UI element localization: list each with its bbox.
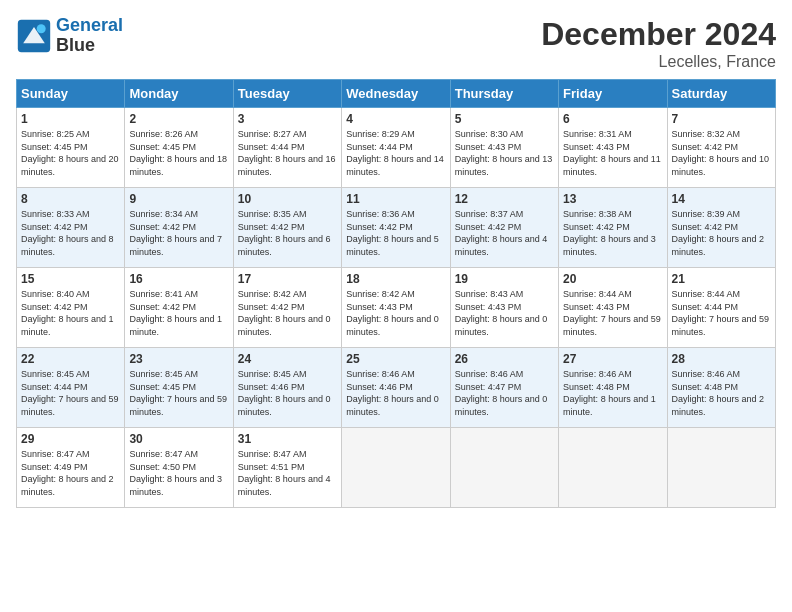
day-number: 2 <box>129 112 228 126</box>
cell-info: Sunrise: 8:35 AMSunset: 4:42 PMDaylight:… <box>238 209 331 257</box>
calendar-cell: 13Sunrise: 8:38 AMSunset: 4:42 PMDayligh… <box>559 188 667 268</box>
cell-info: Sunrise: 8:37 AMSunset: 4:42 PMDaylight:… <box>455 209 548 257</box>
calendar-cell: 3Sunrise: 8:27 AMSunset: 4:44 PMDaylight… <box>233 108 341 188</box>
calendar-cell: 28Sunrise: 8:46 AMSunset: 4:48 PMDayligh… <box>667 348 775 428</box>
col-saturday: Saturday <box>667 80 775 108</box>
cell-info: Sunrise: 8:30 AMSunset: 4:43 PMDaylight:… <box>455 129 553 177</box>
calendar-cell: 25Sunrise: 8:46 AMSunset: 4:46 PMDayligh… <box>342 348 450 428</box>
location-title: Lecelles, France <box>541 53 776 71</box>
calendar-cell: 16Sunrise: 8:41 AMSunset: 4:42 PMDayligh… <box>125 268 233 348</box>
calendar-cell: 9Sunrise: 8:34 AMSunset: 4:42 PMDaylight… <box>125 188 233 268</box>
cell-info: Sunrise: 8:36 AMSunset: 4:42 PMDaylight:… <box>346 209 439 257</box>
day-number: 27 <box>563 352 662 366</box>
day-number: 1 <box>21 112 120 126</box>
cell-info: Sunrise: 8:27 AMSunset: 4:44 PMDaylight:… <box>238 129 336 177</box>
day-number: 10 <box>238 192 337 206</box>
calendar-row: 22Sunrise: 8:45 AMSunset: 4:44 PMDayligh… <box>17 348 776 428</box>
calendar-cell <box>559 428 667 508</box>
cell-info: Sunrise: 8:46 AMSunset: 4:48 PMDaylight:… <box>563 369 656 417</box>
calendar-cell: 19Sunrise: 8:43 AMSunset: 4:43 PMDayligh… <box>450 268 558 348</box>
cell-info: Sunrise: 8:33 AMSunset: 4:42 PMDaylight:… <box>21 209 114 257</box>
calendar-cell <box>342 428 450 508</box>
calendar-cell: 4Sunrise: 8:29 AMSunset: 4:44 PMDaylight… <box>342 108 450 188</box>
day-number: 17 <box>238 272 337 286</box>
cell-info: Sunrise: 8:47 AMSunset: 4:49 PMDaylight:… <box>21 449 114 497</box>
calendar-cell: 7Sunrise: 8:32 AMSunset: 4:42 PMDaylight… <box>667 108 775 188</box>
calendar-cell: 20Sunrise: 8:44 AMSunset: 4:43 PMDayligh… <box>559 268 667 348</box>
day-number: 12 <box>455 192 554 206</box>
calendar-cell: 23Sunrise: 8:45 AMSunset: 4:45 PMDayligh… <box>125 348 233 428</box>
calendar-cell: 24Sunrise: 8:45 AMSunset: 4:46 PMDayligh… <box>233 348 341 428</box>
col-thursday: Thursday <box>450 80 558 108</box>
cell-info: Sunrise: 8:46 AMSunset: 4:47 PMDaylight:… <box>455 369 548 417</box>
day-number: 16 <box>129 272 228 286</box>
day-number: 25 <box>346 352 445 366</box>
day-number: 22 <box>21 352 120 366</box>
cell-info: Sunrise: 8:46 AMSunset: 4:48 PMDaylight:… <box>672 369 765 417</box>
cell-info: Sunrise: 8:45 AMSunset: 4:45 PMDaylight:… <box>129 369 227 417</box>
calendar-cell: 30Sunrise: 8:47 AMSunset: 4:50 PMDayligh… <box>125 428 233 508</box>
cell-info: Sunrise: 8:31 AMSunset: 4:43 PMDaylight:… <box>563 129 661 177</box>
cell-info: Sunrise: 8:26 AMSunset: 4:45 PMDaylight:… <box>129 129 227 177</box>
month-title: December 2024 <box>541 16 776 53</box>
cell-info: Sunrise: 8:42 AMSunset: 4:42 PMDaylight:… <box>238 289 331 337</box>
logo: General Blue <box>16 16 123 56</box>
day-number: 4 <box>346 112 445 126</box>
day-number: 28 <box>672 352 771 366</box>
calendar-cell: 14Sunrise: 8:39 AMSunset: 4:42 PMDayligh… <box>667 188 775 268</box>
calendar-row: 1Sunrise: 8:25 AMSunset: 4:45 PMDaylight… <box>17 108 776 188</box>
cell-info: Sunrise: 8:44 AMSunset: 4:43 PMDaylight:… <box>563 289 661 337</box>
calendar-cell: 31Sunrise: 8:47 AMSunset: 4:51 PMDayligh… <box>233 428 341 508</box>
calendar-cell: 12Sunrise: 8:37 AMSunset: 4:42 PMDayligh… <box>450 188 558 268</box>
cell-info: Sunrise: 8:47 AMSunset: 4:51 PMDaylight:… <box>238 449 331 497</box>
day-number: 7 <box>672 112 771 126</box>
day-number: 19 <box>455 272 554 286</box>
calendar-header-row: Sunday Monday Tuesday Wednesday Thursday… <box>17 80 776 108</box>
day-number: 15 <box>21 272 120 286</box>
calendar-cell: 1Sunrise: 8:25 AMSunset: 4:45 PMDaylight… <box>17 108 125 188</box>
title-area: December 2024 Lecelles, France <box>541 16 776 71</box>
calendar-cell: 22Sunrise: 8:45 AMSunset: 4:44 PMDayligh… <box>17 348 125 428</box>
cell-info: Sunrise: 8:38 AMSunset: 4:42 PMDaylight:… <box>563 209 656 257</box>
calendar-cell: 5Sunrise: 8:30 AMSunset: 4:43 PMDaylight… <box>450 108 558 188</box>
cell-info: Sunrise: 8:40 AMSunset: 4:42 PMDaylight:… <box>21 289 114 337</box>
day-number: 29 <box>21 432 120 446</box>
day-number: 31 <box>238 432 337 446</box>
calendar-cell: 6Sunrise: 8:31 AMSunset: 4:43 PMDaylight… <box>559 108 667 188</box>
day-number: 24 <box>238 352 337 366</box>
cell-info: Sunrise: 8:45 AMSunset: 4:46 PMDaylight:… <box>238 369 331 417</box>
logo-text: General Blue <box>56 16 123 56</box>
cell-info: Sunrise: 8:46 AMSunset: 4:46 PMDaylight:… <box>346 369 439 417</box>
col-tuesday: Tuesday <box>233 80 341 108</box>
calendar-row: 15Sunrise: 8:40 AMSunset: 4:42 PMDayligh… <box>17 268 776 348</box>
calendar-cell: 27Sunrise: 8:46 AMSunset: 4:48 PMDayligh… <box>559 348 667 428</box>
day-number: 18 <box>346 272 445 286</box>
cell-info: Sunrise: 8:45 AMSunset: 4:44 PMDaylight:… <box>21 369 119 417</box>
cell-info: Sunrise: 8:34 AMSunset: 4:42 PMDaylight:… <box>129 209 222 257</box>
calendar-cell: 17Sunrise: 8:42 AMSunset: 4:42 PMDayligh… <box>233 268 341 348</box>
calendar-row: 29Sunrise: 8:47 AMSunset: 4:49 PMDayligh… <box>17 428 776 508</box>
day-number: 13 <box>563 192 662 206</box>
day-number: 3 <box>238 112 337 126</box>
col-friday: Friday <box>559 80 667 108</box>
calendar-cell: 15Sunrise: 8:40 AMSunset: 4:42 PMDayligh… <box>17 268 125 348</box>
cell-info: Sunrise: 8:39 AMSunset: 4:42 PMDaylight:… <box>672 209 765 257</box>
calendar-table: Sunday Monday Tuesday Wednesday Thursday… <box>16 79 776 508</box>
cell-info: Sunrise: 8:25 AMSunset: 4:45 PMDaylight:… <box>21 129 119 177</box>
day-number: 6 <box>563 112 662 126</box>
calendar-cell: 29Sunrise: 8:47 AMSunset: 4:49 PMDayligh… <box>17 428 125 508</box>
day-number: 9 <box>129 192 228 206</box>
day-number: 11 <box>346 192 445 206</box>
day-number: 23 <box>129 352 228 366</box>
svg-point-2 <box>37 24 46 33</box>
col-monday: Monday <box>125 80 233 108</box>
day-number: 8 <box>21 192 120 206</box>
calendar-cell <box>667 428 775 508</box>
day-number: 30 <box>129 432 228 446</box>
day-number: 21 <box>672 272 771 286</box>
day-number: 26 <box>455 352 554 366</box>
day-number: 5 <box>455 112 554 126</box>
calendar-cell: 11Sunrise: 8:36 AMSunset: 4:42 PMDayligh… <box>342 188 450 268</box>
cell-info: Sunrise: 8:29 AMSunset: 4:44 PMDaylight:… <box>346 129 444 177</box>
col-sunday: Sunday <box>17 80 125 108</box>
